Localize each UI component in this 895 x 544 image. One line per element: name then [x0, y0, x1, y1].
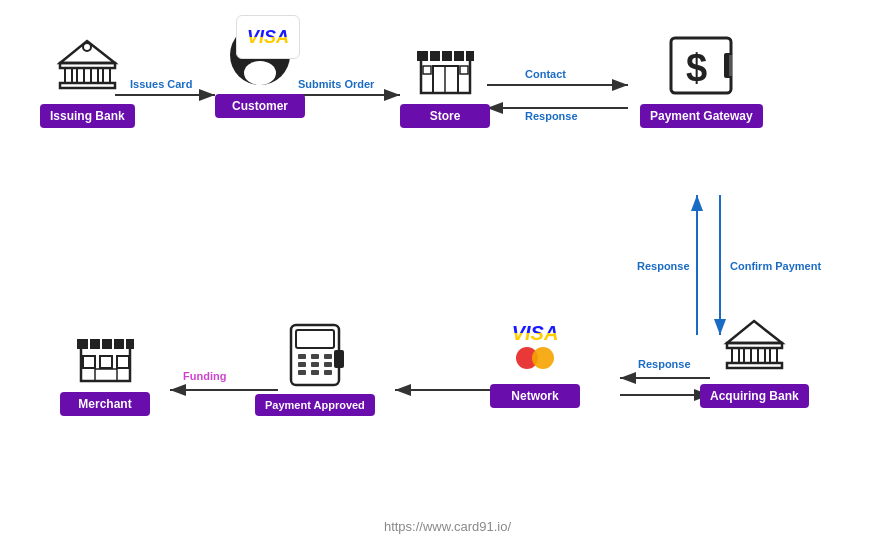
response-top-label: Response — [525, 110, 578, 122]
customer-icon: VISA — [225, 20, 295, 90]
svg-rect-18 — [103, 68, 110, 83]
svg-rect-52 — [298, 370, 306, 375]
payment-gateway-label: Payment Gateway — [640, 104, 763, 128]
customer-node: VISA Customer — [215, 20, 305, 118]
svg-rect-31 — [423, 66, 431, 74]
svg-rect-63 — [100, 356, 112, 368]
network-icon: VISA — [500, 310, 570, 380]
acquiring-bank-icon — [719, 310, 789, 380]
svg-rect-54 — [324, 370, 332, 375]
diagram-container: Issues Card Submits Order Contact Respon… — [0, 0, 895, 544]
confirm-payment-label: Confirm Payment — [730, 260, 821, 272]
svg-text:$: $ — [686, 47, 707, 89]
svg-rect-51 — [324, 362, 332, 367]
store-label: Store — [400, 104, 490, 128]
svg-rect-17 — [91, 68, 98, 83]
svg-rect-32 — [460, 66, 468, 74]
network-node: VISA Network — [490, 310, 580, 408]
footer-url: https://www.card91.io/ — [384, 519, 511, 534]
svg-rect-65 — [95, 369, 117, 381]
acquiring-bank-node: Acquiring Bank — [700, 310, 809, 408]
payment-approved-label: Payment Approved — [255, 394, 375, 416]
svg-rect-53 — [311, 370, 319, 375]
payment-terminal-icon — [280, 320, 350, 390]
svg-rect-43 — [770, 348, 777, 363]
issuing-bank-label: Issuing Bank — [40, 104, 135, 128]
svg-rect-50 — [311, 362, 319, 367]
merchant-icon — [70, 318, 140, 388]
svg-rect-64 — [117, 356, 129, 368]
issues-card-label: Issues Card — [130, 78, 192, 90]
contact-label: Contact — [525, 68, 566, 80]
acquiring-bank-label: Acquiring Bank — [700, 384, 809, 408]
svg-rect-15 — [65, 68, 72, 83]
svg-rect-41 — [744, 348, 751, 363]
store-node: Store — [400, 30, 490, 128]
funding-label: Funding — [183, 370, 226, 382]
store-icon — [410, 30, 480, 100]
svg-marker-14 — [60, 41, 115, 63]
svg-rect-36 — [729, 55, 732, 76]
svg-rect-49 — [298, 362, 306, 367]
payment-gateway-node: $ Payment Gateway — [640, 30, 763, 128]
submits-order-label: Submits Order — [298, 78, 374, 90]
svg-rect-55 — [334, 350, 344, 368]
svg-rect-40 — [732, 348, 739, 363]
response-bottom-label: Response — [638, 358, 691, 370]
svg-rect-45 — [296, 330, 334, 348]
issuing-bank-node: Issuing Bank — [40, 30, 135, 128]
svg-point-22 — [244, 61, 276, 85]
svg-rect-16 — [77, 68, 84, 83]
svg-rect-56 — [81, 346, 130, 381]
svg-rect-46 — [298, 354, 306, 359]
customer-label: Customer — [215, 94, 305, 118]
payment-gateway-icon: $ — [666, 30, 736, 100]
svg-marker-39 — [727, 321, 782, 343]
svg-rect-62 — [83, 356, 95, 368]
network-label: Network — [490, 384, 580, 408]
svg-rect-47 — [311, 354, 319, 359]
merchant-label: Merchant — [60, 392, 150, 416]
response-right-label: Response — [637, 260, 690, 272]
issuing-bank-icon — [52, 30, 122, 100]
svg-rect-48 — [324, 354, 332, 359]
svg-rect-42 — [758, 348, 765, 363]
svg-point-19 — [83, 43, 91, 51]
payment-approved-node: Payment Approved — [255, 320, 375, 416]
merchant-node: Merchant — [60, 318, 150, 416]
